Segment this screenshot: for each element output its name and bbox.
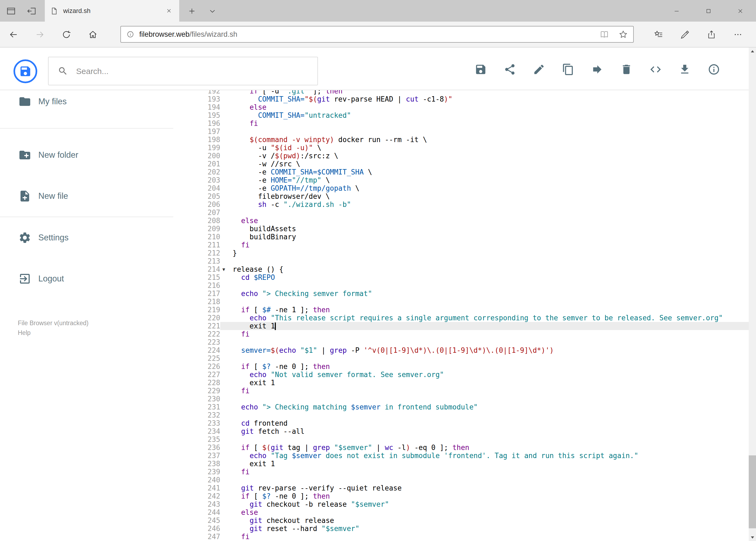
code-line-194: 194 else bbox=[178, 103, 748, 111]
sidebar-divider bbox=[0, 128, 173, 129]
tab-chevron-icon[interactable] bbox=[203, 3, 221, 18]
delete-icon[interactable] bbox=[616, 58, 637, 80]
code-line-240: 240 bbox=[178, 476, 748, 484]
download-icon[interactable] bbox=[674, 58, 695, 80]
code-text: git reset --hard "$semver" bbox=[233, 525, 748, 533]
line-number: 231 bbox=[178, 403, 220, 411]
code-text: cd frontend bbox=[233, 419, 748, 427]
share-edge-icon[interactable] bbox=[698, 25, 725, 44]
fold-gutter bbox=[220, 249, 233, 257]
code-text bbox=[233, 411, 748, 419]
code-text: filebrowser/dev \ bbox=[233, 192, 748, 201]
fold-gutter bbox=[220, 443, 233, 452]
move-icon[interactable] bbox=[587, 58, 608, 80]
line-number: 222 bbox=[178, 330, 220, 338]
line-number: 226 bbox=[178, 362, 220, 370]
code-text: if [ $? -ne 0 ]; then bbox=[233, 362, 748, 370]
code-text: echo "Tag $semver does not exist in subm… bbox=[233, 452, 748, 460]
reading-view-icon[interactable] bbox=[600, 30, 609, 39]
url-host: filebrowser.web bbox=[139, 30, 189, 38]
sidebar-item-label: New folder bbox=[38, 150, 78, 160]
url-text[interactable]: filebrowser.web/files/wizard.sh bbox=[139, 30, 600, 38]
sidebar-item-new-file[interactable]: New file bbox=[0, 185, 178, 207]
code-line-247: 247 fi bbox=[178, 533, 748, 541]
scroll-thumb[interactable] bbox=[748, 455, 756, 528]
info-circle-icon[interactable] bbox=[126, 30, 134, 38]
save-icon[interactable] bbox=[470, 58, 491, 80]
code-text bbox=[233, 297, 748, 306]
page-scrollbar[interactable] bbox=[748, 48, 756, 541]
line-number: 240 bbox=[178, 476, 220, 484]
fold-gutter bbox=[220, 492, 233, 500]
nav-buttons bbox=[4, 25, 102, 44]
code-editor[interactable]: 192 if [ -d ".git" ]; then193 COMMIT_SHA… bbox=[178, 90, 748, 541]
browser-tab[interactable]: wizard.sh bbox=[45, 0, 179, 22]
line-number: 212 bbox=[178, 249, 220, 257]
fold-marker-icon[interactable]: ▾ bbox=[220, 265, 233, 273]
code-text: -w //src \ bbox=[233, 160, 748, 168]
fold-gutter bbox=[220, 289, 233, 297]
search-box[interactable] bbox=[48, 57, 318, 85]
raw-view-icon[interactable] bbox=[645, 58, 666, 80]
forward-icon[interactable] bbox=[31, 25, 49, 44]
info-icon[interactable] bbox=[703, 58, 725, 80]
line-number: 224 bbox=[178, 346, 220, 354]
home-icon[interactable] bbox=[84, 25, 102, 44]
scroll-up-arrow[interactable] bbox=[748, 48, 756, 55]
fold-gutter bbox=[220, 119, 233, 128]
code-text: fi bbox=[233, 468, 748, 476]
code-line-213: 213 bbox=[178, 257, 748, 265]
new-tab-icon[interactable] bbox=[182, 3, 201, 18]
favorite-star-icon[interactable] bbox=[619, 30, 628, 39]
browser-window: wizard.sh filebrowser.web/files/wizard.s… bbox=[0, 0, 756, 541]
share-icon[interactable] bbox=[499, 58, 521, 80]
url-path: /files/wizard.sh bbox=[189, 30, 237, 38]
sidebar-item-my-files[interactable]: My files bbox=[0, 91, 178, 112]
sidebar-item-settings[interactable]: Settings bbox=[0, 227, 178, 249]
scroll-down-arrow[interactable] bbox=[748, 533, 756, 541]
fold-gutter bbox=[220, 476, 233, 484]
code-text bbox=[233, 338, 748, 346]
web-note-icon[interactable] bbox=[672, 25, 698, 44]
close-win-icon[interactable] bbox=[724, 0, 756, 22]
more-icon[interactable] bbox=[725, 25, 751, 44]
fold-gutter bbox=[220, 346, 233, 354]
maximize-icon[interactable] bbox=[692, 0, 724, 22]
line-number: 196 bbox=[178, 119, 220, 128]
code-text bbox=[233, 128, 748, 136]
fold-gutter bbox=[220, 411, 233, 419]
code-text: } bbox=[233, 249, 748, 257]
address-bar[interactable]: filebrowser.web/files/wizard.sh bbox=[121, 26, 634, 43]
fold-gutter bbox=[220, 362, 233, 370]
minimize-icon[interactable] bbox=[660, 0, 692, 22]
code-line-217: 217 echo "> Checking semver format" bbox=[178, 289, 748, 297]
tab-close-icon[interactable] bbox=[164, 6, 174, 16]
back-icon[interactable] bbox=[4, 25, 23, 44]
set-tabs-aside-icon[interactable] bbox=[25, 3, 38, 18]
code-text: fi bbox=[233, 119, 748, 128]
line-number: 210 bbox=[178, 233, 220, 241]
code-line-208: 208 else bbox=[178, 217, 748, 225]
code-text bbox=[233, 476, 748, 484]
refresh-icon[interactable] bbox=[57, 25, 76, 44]
line-number: 216 bbox=[178, 281, 220, 289]
sidebar-item-logout[interactable]: Logout bbox=[0, 268, 178, 289]
code-text bbox=[233, 354, 748, 362]
search-input[interactable] bbox=[75, 66, 317, 76]
tab-preview-icon[interactable] bbox=[4, 3, 17, 18]
fold-gutter bbox=[220, 452, 233, 460]
copy-icon[interactable] bbox=[557, 58, 579, 80]
fold-gutter bbox=[220, 533, 233, 541]
filebrowser-logo[interactable] bbox=[14, 59, 37, 83]
code-line-197: 197 bbox=[178, 128, 748, 136]
rename-icon[interactable] bbox=[528, 58, 550, 80]
code-line-203: 203 -e HOME="//tmp" \ bbox=[178, 176, 748, 184]
text-cursor bbox=[275, 322, 276, 330]
hub-icon[interactable] bbox=[645, 25, 672, 44]
help-link[interactable]: Help bbox=[18, 328, 89, 337]
fold-gutter bbox=[220, 144, 233, 152]
fold-gutter bbox=[220, 217, 233, 225]
line-number: 218 bbox=[178, 297, 220, 306]
sidebar-item-new-folder[interactable]: New folder bbox=[0, 144, 178, 166]
code-line-214: 214▾release () { bbox=[178, 265, 748, 273]
